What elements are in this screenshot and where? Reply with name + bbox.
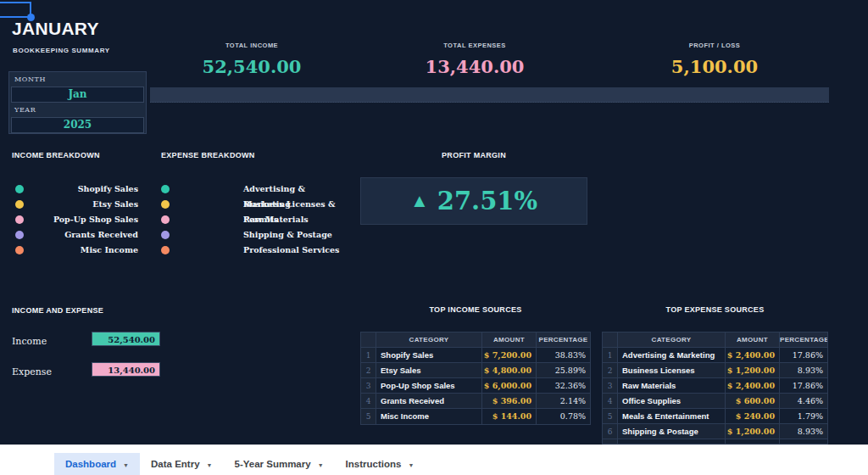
month-label: MONTH xyxy=(9,72,146,87)
category-cell: Shopify Sales xyxy=(376,348,482,362)
tab-instructions[interactable]: Instructions ▼ xyxy=(335,453,426,475)
expense-breakdown-title: EXPENSE BREAKDOWN xyxy=(161,151,255,159)
row-number: 4 xyxy=(361,394,376,408)
year-label: YEAR xyxy=(9,103,146,117)
tab-label: Data Entry xyxy=(151,459,200,469)
legend-item: Shipping & Postage xyxy=(161,227,343,243)
month-value-cell[interactable]: Jan xyxy=(11,87,144,103)
period-selector: MONTH Jan YEAR 2025 xyxy=(8,71,147,134)
percentage-header: PERCENTAGE xyxy=(780,332,827,347)
table-row: 2 Business Licenses $ 1,200.00 8.93% xyxy=(603,363,827,378)
amount-cell: $ 396.00 xyxy=(482,394,537,408)
row-number-header xyxy=(361,332,376,347)
total-income-label: TOTAL INCOME xyxy=(167,42,337,49)
amount-cell: $ 4,800.00 xyxy=(482,363,537,377)
percentage-cell: 1.79% xyxy=(780,409,827,423)
category-cell: Etsy Sales xyxy=(376,363,482,377)
amount-cell: $ 240.00 xyxy=(726,409,780,423)
kpi-total-income: TOTAL INCOME 52,540.00 xyxy=(167,42,337,77)
table-row: 5 Misc Income $ 144.00 0.78% xyxy=(361,409,590,424)
legend-label: Pop-Up Shop Sales xyxy=(12,212,138,227)
tab-label: 5-Year Summary xyxy=(234,459,310,469)
tab-dashboard[interactable]: Dashboard ▼ xyxy=(54,453,140,475)
caret-down-icon[interactable]: ▼ xyxy=(123,461,129,467)
income-amount-box: 52,540.00 xyxy=(92,332,160,346)
row-number: 4 xyxy=(603,394,618,408)
expense-breakdown-legend: Advertising & Marketing Business License… xyxy=(161,182,343,258)
row-number: 5 xyxy=(361,409,376,424)
row-number: 3 xyxy=(603,378,618,393)
legend-dot-icon xyxy=(161,246,170,254)
category-cell: Office Supplies xyxy=(618,394,726,408)
total-expenses-value: 13,440.00 xyxy=(390,56,559,77)
kpi-total-expenses: TOTAL EXPENSES 13,440.00 xyxy=(390,42,559,77)
income-row-label: Income xyxy=(12,336,47,347)
amount-cell: $ 1,200.00 xyxy=(726,424,780,439)
caret-down-icon[interactable]: ▼ xyxy=(408,461,414,467)
category-cell: Pop-Up Shop Sales xyxy=(376,378,482,393)
table-row: 6 Shipping & Postage $ 1,200.00 8.93% xyxy=(603,424,827,439)
legend-label: Grants Received xyxy=(12,227,138,243)
table-row: 2 Etsy Sales $ 4,800.00 25.89% xyxy=(361,363,590,378)
top-income-title: TOP INCOME SOURCES xyxy=(360,305,591,314)
year-value-cell[interactable]: 2025 xyxy=(11,117,144,133)
header-divider-bar xyxy=(150,87,829,103)
profit-margin-value: 27.51% xyxy=(437,187,537,215)
profit-margin-title: PROFIT MARGIN xyxy=(360,151,587,159)
kpi-profit-loss: PROFIT / LOSS 5,100.00 xyxy=(630,42,799,77)
legend-dot-icon xyxy=(161,200,170,209)
legend-label: Etsy Sales xyxy=(12,197,138,212)
legend-item: Grants Received xyxy=(12,227,138,243)
income-breakdown-legend: Shopify Sales Etsy Sales Pop-Up Shop Sal… xyxy=(12,182,138,258)
percentage-cell: 17.86% xyxy=(780,348,827,362)
total-expenses-label: TOTAL EXPENSES xyxy=(390,42,559,49)
amount-cell: $ 2,400.00 xyxy=(726,378,780,393)
legend-dot-icon xyxy=(15,185,24,193)
up-triangle-icon: ▲ xyxy=(410,192,429,210)
amount-cell xyxy=(726,439,780,444)
page-subtitle: BOOKKEEPING SUMMARY xyxy=(13,47,110,54)
legend-label: Shipping & Postage xyxy=(243,227,343,243)
category-cell: Shipping & Postage xyxy=(618,424,726,439)
table-row: 5 Meals & Entertainment $ 240.00 1.79% xyxy=(603,409,827,424)
row-number: 5 xyxy=(603,409,618,423)
legend-label: Professional Services xyxy=(243,243,343,258)
percentage-cell: 8.93% xyxy=(780,424,827,439)
top-expense-table: CATEGORY AMOUNT PERCENTAGE 1 Advertising… xyxy=(602,332,828,444)
top-income-table: CATEGORY AMOUNT PERCENTAGE 1 Shopify Sal… xyxy=(360,332,591,425)
tab-5-year-summary[interactable]: 5-Year Summary ▼ xyxy=(223,453,334,475)
percentage-cell: 4.46% xyxy=(780,394,827,408)
expense-amount-box: 13,440.00 xyxy=(92,362,160,377)
percentage-header: PERCENTAGE xyxy=(537,332,590,347)
category-cell xyxy=(618,439,726,444)
amount-cell: $ 6,000.00 xyxy=(482,378,537,393)
legend-dot-icon xyxy=(15,231,24,239)
legend-item: Raw Materials xyxy=(161,212,343,227)
tab-data-entry[interactable]: Data Entry ▼ xyxy=(140,453,223,475)
amount-header: AMOUNT xyxy=(726,332,780,347)
income-breakdown-title: INCOME BREAKDOWN xyxy=(12,151,100,159)
legend-dot-icon xyxy=(161,185,170,193)
caret-down-icon[interactable]: ▼ xyxy=(318,461,324,467)
table-row: 1 Advertising & Marketing $ 2,400.00 17.… xyxy=(603,348,827,363)
legend-item: Professional Services xyxy=(161,243,343,258)
caret-down-icon[interactable]: ▼ xyxy=(207,461,213,467)
percentage-cell: 38.83% xyxy=(537,348,590,362)
legend-item: Misc Income xyxy=(12,243,138,258)
category-cell: Advertising & Marketing xyxy=(618,348,726,362)
legend-dot-icon xyxy=(15,246,24,254)
percentage-cell: 17.86% xyxy=(780,378,827,393)
tab-label: Dashboard xyxy=(65,459,116,469)
sheet-tab-bar: + Dashboard ▼ Data Entry ▼ 5-Year Summar… xyxy=(0,444,868,475)
total-income-value: 52,540.00 xyxy=(167,56,337,77)
category-cell: Grants Received xyxy=(376,394,482,408)
legend-dot-icon xyxy=(15,200,24,209)
tab-label: Instructions xyxy=(346,459,402,469)
legend-item: Shopify Sales xyxy=(12,182,138,197)
legend-item: Business Licenses & Permits xyxy=(161,197,343,212)
row-number: 2 xyxy=(603,363,618,377)
legend-label: Misc Income xyxy=(12,243,138,258)
dashboard-sheet: JANUARY BOOKKEEPING SUMMARY MONTH Jan YE… xyxy=(0,0,868,475)
table-row: 1 Shopify Sales $ 7,200.00 38.83% xyxy=(361,348,590,363)
legend-item: Etsy Sales xyxy=(12,197,138,212)
